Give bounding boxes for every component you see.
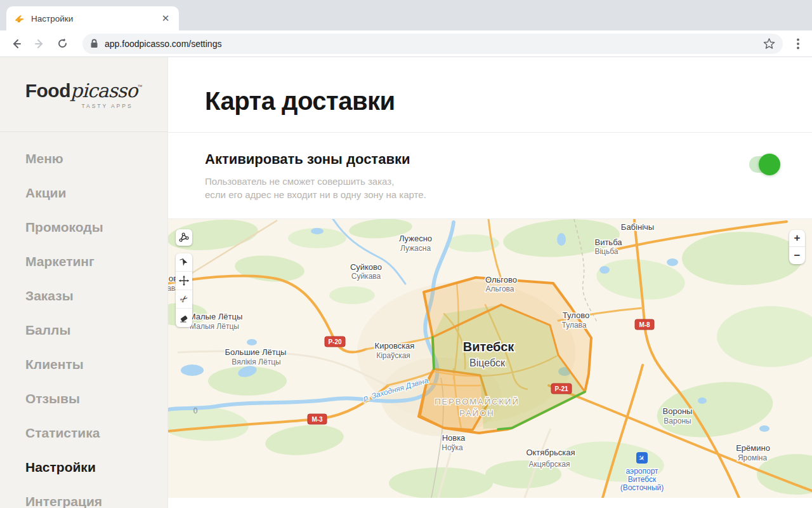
- delivery-zones-section: Активировать зоны доставки Пользователь …: [168, 133, 812, 218]
- lock-icon: [90, 39, 98, 48]
- road-badge-r20: Р-20: [325, 337, 345, 347]
- sidebar-item-settings[interactable]: Настройки: [25, 457, 167, 477]
- svg-text:Бабінічы: Бабінічы: [621, 222, 654, 232]
- activate-zones-toggle[interactable]: [749, 156, 778, 173]
- scale-zero-label: 0: [193, 406, 198, 415]
- city-label-ru: Витебск: [463, 340, 515, 354]
- sidebar-item-integration[interactable]: Интеграция: [25, 491, 167, 508]
- forward-icon[interactable]: [29, 34, 49, 54]
- draw-polygon-icon: [178, 231, 190, 244]
- svg-text:Р-21: Р-21: [554, 385, 568, 392]
- svg-text:Новка: Новка: [442, 433, 466, 443]
- map-zoom-control: + −: [789, 230, 805, 264]
- settings-content: Карта доставки Активировать зоны доставк…: [168, 57, 812, 508]
- svg-text:Малые Лётцы: Малые Лётцы: [189, 312, 242, 321]
- svg-text:Ольгово: Ольгово: [485, 275, 517, 284]
- sidebar-item-clients[interactable]: Клиенты: [25, 354, 167, 374]
- svg-text:Вароны: Вароны: [664, 417, 691, 425]
- road-badge-r21: Р-21: [551, 384, 572, 394]
- zoom-out-button[interactable]: −: [789, 247, 805, 264]
- sidebar-item-reviews[interactable]: Отзывы: [25, 389, 167, 408]
- district-label-line2: РАЙОН: [459, 408, 494, 418]
- map-tool-group: ✂: [176, 253, 192, 327]
- svg-text:Лужасна: Лужасна: [400, 244, 431, 253]
- page-title: Карта доставки: [205, 86, 812, 116]
- logo-picasso-text: picasso: [70, 79, 137, 102]
- map-canvas[interactable]: Р-20 М-8 М-3 Р-21 Мазолово Мазалава Луже…: [168, 219, 812, 498]
- svg-text:Яроміна: Яроміна: [738, 453, 768, 462]
- sidebar: Foodpicasso™ TASTY APPS Меню Акции Промо…: [0, 57, 168, 508]
- foodpicasso-favicon-bird-icon: [14, 13, 25, 24]
- road-badge-m3: М-3: [308, 414, 327, 424]
- svg-text:Ерёмино: Ерёмино: [736, 443, 770, 453]
- svg-text:Ноўка: Ноўка: [442, 443, 463, 452]
- svg-text:аэропорт: аэропорт: [625, 467, 658, 476]
- move-tool-button[interactable]: [176, 272, 192, 290]
- url-bar[interactable]: app.foodpicasso.com/settings: [82, 34, 783, 54]
- logo-tagline: TASTY APPS: [81, 103, 133, 109]
- svg-text:М-3: М-3: [311, 416, 323, 423]
- foodpicasso-logo: Foodpicasso™ TASTY APPS: [0, 57, 167, 132]
- city-label-be: Віцебск: [469, 358, 506, 368]
- toggle-knob: [759, 154, 780, 175]
- logo-food-text: Food: [25, 80, 70, 102]
- sidebar-item-statistics[interactable]: Статистика: [25, 423, 167, 443]
- sidebar-nav: Меню Акции Промокоды Маркетинг Заказы Ба…: [0, 132, 167, 508]
- cursor-select-icon: [178, 257, 190, 268]
- browser-menu-kebab-icon[interactable]: [789, 35, 807, 53]
- svg-text:М-8: М-8: [639, 321, 650, 328]
- svg-text:Кіраўская: Кіраўская: [376, 351, 410, 360]
- svg-text:Віцьба: Віцьба: [594, 247, 618, 256]
- logo-trademark: ™: [137, 84, 142, 90]
- tab-title: Настройки: [31, 14, 160, 23]
- activate-zones-description: Пользователь не сможет совершить заказ, …: [205, 175, 812, 201]
- svg-text:Акцябрская: Акцябрская: [529, 460, 570, 469]
- sidebar-item-promotions[interactable]: Акции: [25, 183, 167, 203]
- move-icon: [178, 275, 190, 286]
- svg-text:Тулово: Тулово: [563, 311, 589, 320]
- svg-text:Малыя Лётцы: Малыя Лётцы: [190, 322, 239, 331]
- draw-zone-button[interactable]: [176, 229, 192, 246]
- bookmark-star-icon[interactable]: [763, 37, 775, 50]
- svg-text:Кировская: Кировская: [375, 341, 415, 351]
- cut-tool-button[interactable]: ✂: [176, 290, 192, 309]
- svg-text:Р-20: Р-20: [328, 338, 342, 345]
- browser-tab[interactable]: Настройки ✕: [6, 6, 179, 30]
- reload-icon[interactable]: [52, 34, 72, 54]
- tab-close-icon[interactable]: ✕: [160, 13, 171, 24]
- svg-text:Суйково: Суйково: [350, 262, 382, 272]
- district-label-line1: ПЕРВОМАЙСКИЙ: [435, 397, 520, 406]
- erase-tool-button[interactable]: [176, 309, 192, 327]
- sidebar-item-promocodes[interactable]: Промокоды: [25, 217, 167, 237]
- road-badge-m8: М-8: [635, 319, 654, 330]
- svg-text:Вороны: Вороны: [663, 406, 693, 416]
- sidebar-item-points[interactable]: Баллы: [25, 320, 167, 340]
- svg-text:Тулава: Тулава: [562, 321, 587, 330]
- eraser-icon: [178, 312, 190, 324]
- scissors-icon: ✂: [177, 292, 190, 306]
- svg-text:Вялікія Лётцы: Вялікія Лётцы: [232, 358, 280, 366]
- map-tools: ✂: [176, 229, 192, 327]
- select-tool-button[interactable]: [176, 253, 192, 272]
- svg-text:Лужесно: Лужесно: [399, 234, 432, 243]
- sidebar-item-menu[interactable]: Меню: [25, 149, 167, 168]
- sidebar-item-orders[interactable]: Заказы: [25, 286, 167, 305]
- browser-tabstrip: Настройки ✕: [0, 0, 812, 30]
- url-text: app.foodpicasso.com/settings: [105, 39, 763, 49]
- activate-zones-title: Активировать зоны доставки: [205, 151, 812, 168]
- svg-text:(Восточный): (Восточный): [620, 483, 664, 492]
- svg-text:Октябрьская: Октябрьская: [526, 448, 575, 457]
- sidebar-item-marketing[interactable]: Маркетинг: [25, 251, 167, 271]
- svg-text:Суйкава: Суйкава: [351, 272, 381, 281]
- back-icon[interactable]: [6, 34, 27, 54]
- zoom-in-button[interactable]: +: [789, 230, 805, 247]
- svg-text:Витьба: Витьба: [594, 237, 622, 247]
- svg-text:Витебск: Витебск: [628, 475, 657, 484]
- svg-text:Альгова: Альгова: [486, 284, 514, 293]
- delivery-map[interactable]: Р-20 М-8 М-3 Р-21 Мазолово Мазалава Луже…: [168, 219, 812, 498]
- svg-text:Большие Лётцы: Большие Лётцы: [225, 347, 287, 357]
- browser-toolbar: app.foodpicasso.com/settings: [0, 30, 812, 57]
